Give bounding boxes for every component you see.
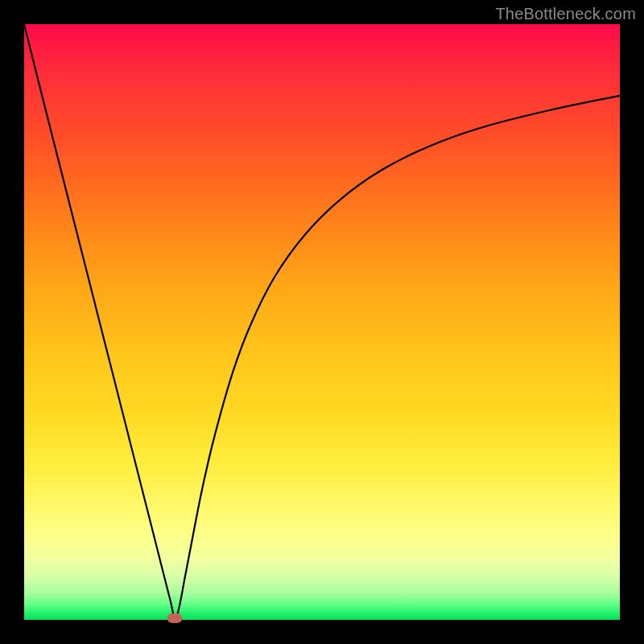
chart-frame: TheBottleneck.com — [0, 0, 644, 644]
plot-area — [24, 24, 620, 620]
bottleneck-curve — [24, 24, 620, 620]
optimal-point-marker — [167, 613, 182, 623]
watermark-text: TheBottleneck.com — [495, 5, 636, 23]
